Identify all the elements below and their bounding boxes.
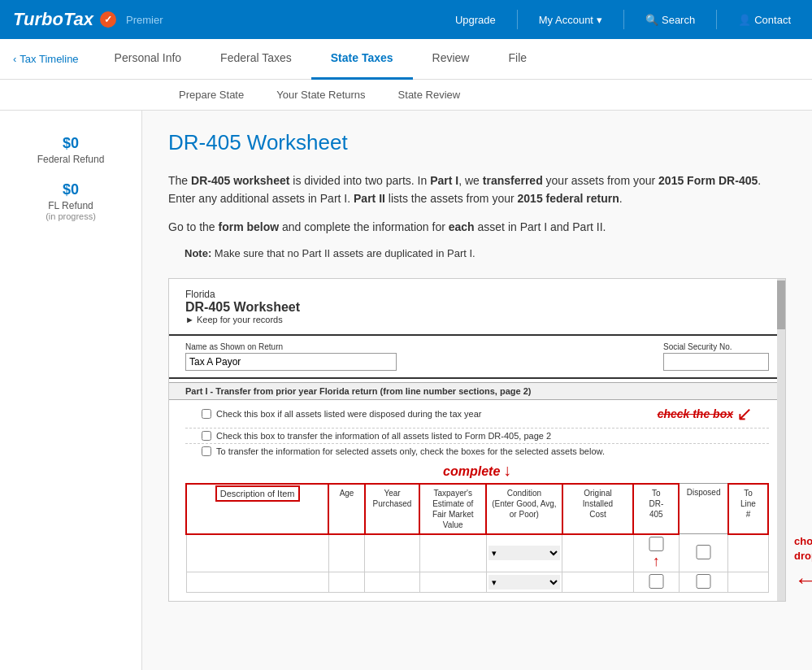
ssn-label: Social Security No. [663,342,769,351]
condition-select-1[interactable]: ▾ Good Avg Poor [489,546,561,560]
age-input-2[interactable] [331,575,363,590]
taxpayer-input-2[interactable] [422,575,484,590]
taxpayer-input-1[interactable] [422,546,484,560]
sub-nav: Prepare State Your State Returns State R… [0,80,812,111]
ssn-input[interactable] [663,353,769,371]
form-area: Florida DR-405 Worksheet ► Keep for your… [168,278,786,602]
td-year-2 [365,572,420,592]
table-header-row: Description of Item Age YearPurchased Ta… [186,484,768,534]
fl-refund-widget: $0 FL Refund (in progress) [0,173,141,229]
name-field-group: Name as Shown on Return [185,342,397,371]
toline-input-2[interactable] [730,575,766,590]
todr-check-1[interactable] [636,537,677,551]
choose-arrow-icon: ← [794,568,812,593]
form-divider-mid [169,377,785,379]
table-area: Description of Item Age YearPurchased Ta… [169,483,785,601]
logo: TurboTax ✓ Premier [13,9,163,30]
sub-tab-prepare-state[interactable]: Prepare State [163,80,260,111]
th-taxpayer: Taxpayer'sEstimate ofFair MarketValue [419,484,486,534]
sidebar: $0 Federal Refund $0 FL Refund (in progr… [0,111,142,670]
divider [716,10,717,29]
td-disposed-2 [679,572,727,592]
td-age-1 [328,534,364,572]
down-arrow-complete: ↓ [503,461,511,479]
fl-refund-sub-label: (in progress) [13,211,128,221]
ssn-field-group: Social Security No. [663,342,769,371]
condition-select-2[interactable]: ▾ Good Avg Poor [489,575,561,590]
check-annotation: check the box ↙ [658,402,753,425]
account-button[interactable]: My Account ▾ [531,14,610,26]
td-age-2 [328,572,364,592]
td-toline-1 [728,534,768,572]
logo-check-icon: ✓ [100,11,116,28]
back-button[interactable]: ‹ Tax Timeline [13,53,79,65]
description-2: Go to the form below and complete the in… [168,218,786,236]
choose-line-annotation: choose line number from dropdown list ← [794,534,812,593]
check-row-1: Check this box if all assets listed were… [185,400,769,429]
federal-refund-label: Federal Refund [13,154,128,165]
td-disposed-1 [679,534,727,572]
page-layout: $0 Federal Refund $0 FL Refund (in progr… [0,111,812,670]
worksheet-form: Florida DR-405 Worksheet ► Keep for your… [168,278,786,602]
name-label: Name as Shown on Return [185,342,397,351]
sub-tab-state-review[interactable]: State Review [382,80,477,111]
scrollbar[interactable] [777,279,785,601]
tab-state-taxes[interactable]: State Taxes [311,39,413,80]
disposed-check-2[interactable] [681,574,726,589]
contact-button[interactable]: 👤 Contact [730,14,799,26]
checkbox-section: Check this box if all assets listed were… [169,400,785,461]
check-row-2: Check this box to transfer the informati… [185,429,769,444]
name-input[interactable] [185,353,397,371]
td-todr-1: ↑ [633,534,679,572]
tab-personal-info[interactable]: Personal Info [95,39,202,80]
form-divider-top [169,334,785,336]
app-header: TurboTax ✓ Premier Upgrade My Account ▾ … [0,0,812,39]
toline-input-1[interactable] [730,546,766,560]
todr-arrow: ↑ [636,553,677,570]
desc-input-1[interactable] [189,546,327,560]
th-age: Age [328,484,364,534]
td-taxpayer-2 [419,572,486,592]
form-title: DR-405 Worksheet [185,300,769,315]
main-content: DR-405 Worksheet The DR-405 worksheet is… [142,111,812,670]
table-row: ▾ Good Avg Poor [186,572,768,592]
todr-check-2[interactable] [636,574,677,589]
td-condition-2: ▾ Good Avg Poor [486,572,562,592]
td-original-2 [562,572,634,592]
age-input-1[interactable] [331,546,363,560]
fl-refund-label: FL Refund [13,200,128,211]
check3-label: To transfer the information for selected… [216,446,605,456]
chevron-down-icon: ▾ [597,14,602,26]
search-button[interactable]: 🔍 Search [637,14,703,26]
check2-label: Check this box to transfer the informati… [216,431,551,441]
form-keep-records: ► Keep for your records [185,315,769,324]
part1-header: Part I - Transfer from prior year Florid… [169,382,785,400]
disposed-check-1[interactable] [681,545,726,559]
name-ssn-row: Name as Shown on Return Social Security … [169,339,785,374]
choose-line-text: choose line number from dropdown list [794,535,812,562]
desc-input-2[interactable] [189,575,327,590]
federal-refund-amount: $0 [13,135,128,152]
main-nav: ‹ Tax Timeline Personal Info Federal Tax… [0,39,812,80]
tab-file[interactable]: File [489,39,546,80]
tab-review[interactable]: Review [413,39,489,80]
sub-tab-your-state-returns[interactable]: Your State Returns [260,80,381,111]
year-input-1[interactable] [367,546,418,560]
asset-table: Description of Item Age YearPurchased Ta… [185,483,769,593]
check3-input[interactable] [202,446,211,456]
check2-input[interactable] [202,431,211,441]
check1-input[interactable] [202,409,211,419]
fl-refund-amount: $0 [13,181,128,198]
year-input-2[interactable] [367,575,418,590]
th-to-line: ToLine# [728,484,768,534]
original-input-2[interactable] [564,575,632,590]
search-icon: 🔍 [645,14,658,26]
table-row: ▾ Good Avg Poor [186,534,768,572]
th-year: YearPurchased [365,484,420,534]
check-row-1-wrapper: Check this box if all assets listed were… [185,400,769,429]
original-input-1[interactable] [564,546,632,560]
tab-federal-taxes[interactable]: Federal Taxes [201,39,311,80]
th-description: Description of Item [186,484,328,534]
upgrade-button[interactable]: Upgrade [447,14,504,26]
scrollbar-thumb[interactable] [777,281,785,329]
